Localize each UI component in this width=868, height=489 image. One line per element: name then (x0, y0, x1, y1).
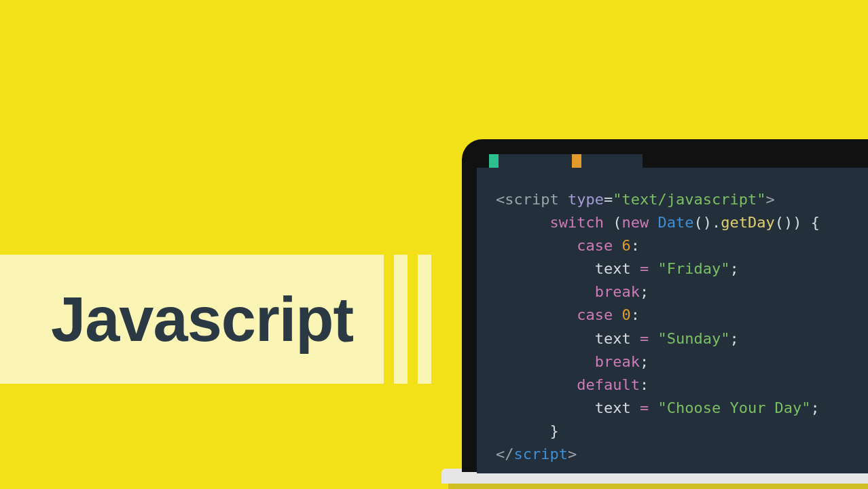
code-token: Date (649, 214, 693, 231)
code-token: : (631, 306, 640, 323)
code-token: case (577, 237, 613, 254)
code-token: <script (496, 191, 559, 208)
code-token: = (604, 191, 613, 208)
code-token: ; (729, 260, 738, 277)
laptop-bezel: <script type="text/javascript"> switch (… (462, 139, 868, 472)
editor-tabs (477, 154, 868, 168)
code-token: : (640, 376, 649, 393)
code-token: getDay (721, 214, 774, 231)
title-banner: Javascript (0, 255, 384, 384)
code-token: break (595, 353, 640, 370)
code-token: text (595, 399, 640, 416)
tab-bar-empty (643, 154, 868, 168)
tab-indicator-active (489, 154, 499, 168)
code-block: <script type="text/javascript"> switch (… (477, 168, 868, 466)
code-token: ; (640, 353, 649, 370)
code-token: case (577, 306, 613, 323)
code-token: "Choose Your Day" (649, 399, 810, 416)
code-token: 0 (613, 306, 631, 323)
decor-stripe (418, 255, 431, 384)
editor-tab (499, 154, 572, 168)
code-token: = (640, 399, 649, 416)
code-token: = (640, 260, 649, 277)
decor-stripe (394, 255, 408, 384)
tab-indicator-modified (572, 154, 581, 168)
code-token: "Sunday" (649, 330, 729, 347)
code-token: ()) { (775, 214, 820, 231)
code-token: > (568, 446, 577, 463)
code-token: (). (693, 214, 721, 231)
code-token: script (514, 446, 568, 463)
code-token: ( (604, 214, 622, 231)
code-token: default (577, 376, 640, 393)
laptop-screen: <script type="text/javascript"> switch (… (477, 154, 868, 473)
code-token: "text/javascript" (613, 191, 765, 208)
code-token: 6 (613, 237, 631, 254)
code-token: ; (640, 283, 649, 300)
page-title: Javascript (0, 284, 353, 355)
editor-tab (581, 154, 643, 168)
code-token: } (549, 422, 558, 439)
code-token: </ (496, 446, 514, 463)
code-token: switch (549, 214, 603, 231)
code-token: text (595, 330, 640, 347)
code-token: : (631, 237, 640, 254)
code-token: "Friday" (649, 260, 729, 277)
code-token: ; (811, 399, 820, 416)
code-token: text (595, 260, 640, 277)
code-token: ; (729, 330, 738, 347)
code-token: type (559, 191, 604, 208)
code-token: new (621, 214, 649, 231)
code-token: > (765, 191, 774, 208)
code-token: = (640, 330, 649, 347)
code-token: break (595, 283, 640, 300)
